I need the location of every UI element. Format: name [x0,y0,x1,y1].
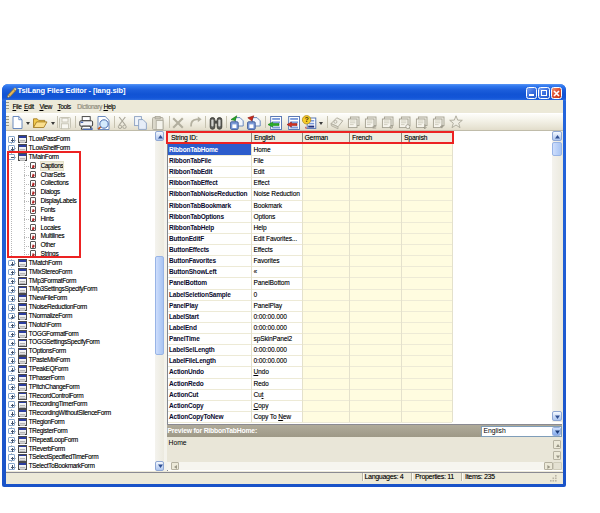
svg-text:?: ? [304,115,308,124]
